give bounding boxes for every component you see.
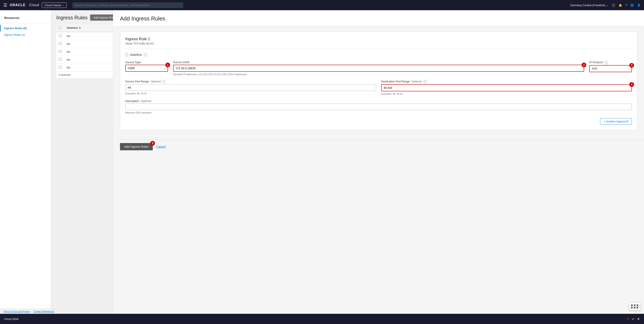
source-port-info-icon[interactable]: i xyxy=(162,80,166,83)
modal-body: Ingress Rule 1 Allows TCP traffic 80,443… xyxy=(113,26,644,139)
ip-protocol-select[interactable]: TCP xyxy=(589,65,632,72)
description-label: Description Optional xyxy=(125,99,632,103)
select-all-header[interactable] xyxy=(56,24,64,32)
ip-protocol-badge-wrapper: TCP 3 xyxy=(589,65,632,72)
bottom-bar-actions: − ⤢ ✕ xyxy=(627,317,640,321)
rule-card-desc: Allows TCP traffic 80,443 xyxy=(125,42,632,45)
bell-icon[interactable]: 🔔 xyxy=(619,3,622,7)
oracle-logo: ORACLE Cloud xyxy=(10,3,39,7)
sidebar: Resources Ingress Rules (5) Egress Rules… xyxy=(0,10,51,324)
source-cidr-label: Source CIDR xyxy=(173,61,584,64)
source-type-select[interactable]: CIDR xyxy=(125,65,168,72)
sidebar-item-ingress[interactable]: Ingress Rules (5) xyxy=(0,25,51,31)
cloud-shell-label: Cloud Shell xyxy=(4,318,18,321)
stateless-info-icon[interactable]: i xyxy=(144,53,147,56)
modal-title: Add Ingress Rules xyxy=(120,15,637,22)
dest-port-label: Destination Port Range Optional i xyxy=(381,80,632,83)
description-max-chars: Maximum 255 characters xyxy=(125,111,632,114)
nav-right: Germany Central (Frankfurt) ⌄ ⬛ 🔔 ? 🌐 👤 xyxy=(570,3,641,7)
search-input[interactable] xyxy=(72,2,183,8)
source-cidr-hint: Specified IP addresses: 172.16.0.128-172… xyxy=(173,73,584,76)
source-cidr-badge-wrapper: 2 xyxy=(173,65,584,72)
expand-button[interactable]: ⤢ xyxy=(632,317,634,321)
step-3-badge: 3 xyxy=(629,63,634,68)
hamburger-icon[interactable]: ☰ xyxy=(4,2,7,8)
submit-button[interactable]: Add Ingress Rules xyxy=(120,143,153,150)
dest-port-group: Destination Port Range Optional i 4 Exam… xyxy=(381,80,632,95)
help-icon[interactable]: ? xyxy=(626,3,627,7)
ip-protocol-label: IP Protocol i xyxy=(589,61,632,64)
ip-protocol-info-icon[interactable]: i xyxy=(604,61,608,64)
sidebar-section-title: Resources xyxy=(0,14,51,22)
dest-port-hint: Examples: 80, 20-22 xyxy=(381,93,632,95)
source-port-input[interactable] xyxy=(125,84,376,91)
row-checkbox[interactable] xyxy=(59,34,62,37)
dest-port-badge-wrapper: 4 xyxy=(381,84,632,91)
minimize-button[interactable]: − xyxy=(627,317,629,321)
cancel-button[interactable]: Cancel xyxy=(156,145,166,148)
source-type-badge-wrapper: CIDR 1 xyxy=(125,65,168,72)
bottom-bar: Cloud Shell − ⤢ ✕ xyxy=(0,314,644,324)
rule-card-title: Ingress Rule 1 xyxy=(125,37,632,41)
dest-port-info-icon[interactable]: i xyxy=(424,80,427,83)
rule-card: Ingress Rule 1 Allows TCP traffic 80,443… xyxy=(120,31,637,130)
stateless-checkbox[interactable] xyxy=(125,53,128,56)
monitor-icon[interactable]: ⬛ xyxy=(612,3,615,7)
source-type-group: Source Type CIDR 1 xyxy=(125,61,168,72)
modal-header: Add Ingress Rules xyxy=(113,10,644,26)
another-ingress-button[interactable]: + Another Ingress R xyxy=(600,118,632,125)
page-layout: Resources Ingress Rules (5) Egress Rules… xyxy=(0,10,644,324)
description-input[interactable] xyxy=(125,103,632,110)
close-button[interactable]: ✕ xyxy=(637,317,640,321)
sidebar-item-egress[interactable]: Egress Rules (1) xyxy=(0,31,51,38)
row-checkbox[interactable] xyxy=(59,66,62,68)
stateless-label: Stateless xyxy=(130,53,142,56)
page-title: Ingress Rules xyxy=(56,15,88,21)
globe-icon[interactable]: 🌐 xyxy=(630,3,634,7)
step-4-badge: 4 xyxy=(629,82,634,87)
description-group: Description Optional Maximum 255 charact… xyxy=(125,99,632,114)
step-1-badge: 1 xyxy=(165,63,170,67)
source-type-label: Source Type xyxy=(125,61,168,64)
form-row-1: Source Type CIDR 1 Source CIDR 2 xyxy=(125,61,632,76)
dest-port-input[interactable] xyxy=(381,84,632,91)
step-5-badge: 5 xyxy=(150,141,155,146)
help-widget[interactable] xyxy=(629,303,640,310)
add-ingress-modal: Add Ingress Rules Ingress Rule 1 Allows … xyxy=(113,10,644,314)
form-row-3: Description Optional Maximum 255 charact… xyxy=(125,99,632,114)
top-nav: ☰ ORACLE Cloud Cloud Classic › Germany C… xyxy=(0,0,644,10)
row-checkbox[interactable] xyxy=(59,42,62,45)
source-port-group: Source Port Range Optional i Examples: 8… xyxy=(125,80,376,95)
footer-cookies[interactable]: Cookie Preferences xyxy=(34,310,54,313)
row-checkbox[interactable] xyxy=(59,50,62,53)
cloud-classic-button[interactable]: Cloud Classic › xyxy=(42,2,66,8)
row-checkbox[interactable] xyxy=(59,58,62,61)
form-row-2: Source Port Range Optional i Examples: 8… xyxy=(125,80,632,95)
ip-protocol-group: IP Protocol i TCP 3 xyxy=(589,61,632,72)
select-all-checkbox[interactable] xyxy=(59,26,62,29)
source-port-hint: Examples: 80, 20-22 xyxy=(125,92,376,95)
region-selector[interactable]: Germany Central (Frankfurt) ⌄ xyxy=(570,3,608,7)
stateless-row: Stateless i xyxy=(125,53,632,56)
submit-badge-wrapper: Add Ingress Rules 5 xyxy=(120,143,153,150)
source-port-label: Source Port Range Optional i xyxy=(125,80,376,83)
step-2-badge: 2 xyxy=(582,63,586,67)
footer-terms[interactable]: Terms of Use and Privacy xyxy=(4,310,30,313)
modal-footer: Add Ingress Rules 5 Cancel xyxy=(113,139,644,154)
source-cidr-group: Source CIDR 2 Specified IP addresses: 17… xyxy=(173,61,584,76)
source-cidr-input[interactable] xyxy=(173,65,584,72)
user-icon[interactable]: 👤 xyxy=(637,3,640,7)
